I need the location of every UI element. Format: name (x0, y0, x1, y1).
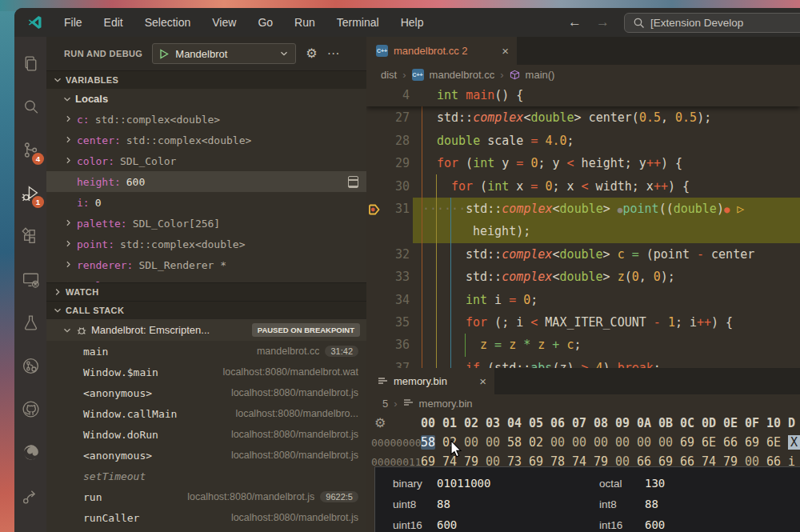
hex-byte-cell[interactable]: 6E (702, 435, 716, 450)
hex-byte-cell[interactable]: 00 (550, 435, 565, 450)
variable-row-renderer[interactable]: renderer:SDL_Renderer * (46, 254, 366, 275)
code-line-wrap[interactable]: height); (366, 220, 800, 242)
stack-frame-row[interactable]: <anonymous>localhost:8080/mandelbrot.js (46, 382, 366, 403)
code-line-31[interactable]: 31······std::complex<double> ●point((dou… (366, 198, 800, 220)
variable-row-point[interactable]: point:std::complex<double> (46, 234, 366, 254)
more-actions-icon[interactable]: ··· (327, 47, 340, 60)
stack-frame-row[interactable]: <anonymous>localhost:8080/mandelbrot.js (46, 445, 366, 466)
code-line-28[interactable]: 28double scale = 4.0; (366, 130, 800, 152)
panel-breadcrumb-offset[interactable]: 5 (382, 398, 388, 410)
stack-frame-row[interactable]: Window.callMainlocalhost:8080/mandelbro.… (46, 403, 366, 424)
close-icon[interactable]: × (479, 374, 486, 388)
chevron-right-icon[interactable] (64, 238, 73, 250)
activity-bar-item-extensions[interactable] (14, 214, 46, 258)
hex-byte-cell[interactable]: 00 (615, 435, 630, 450)
chevron-right-icon[interactable] (64, 280, 73, 283)
command-center-search[interactable]: [Extension Develop (624, 13, 800, 33)
hex-byte-cell[interactable]: 00 (572, 435, 586, 450)
activity-bar-item-explorer[interactable] (14, 42, 46, 85)
variable-row-height[interactable]: height:600 (46, 171, 366, 192)
forward-button[interactable]: → (596, 14, 610, 30)
menu-item-help[interactable]: Help (401, 16, 424, 29)
variable-row-center[interactable]: center:std::complex<double> (46, 130, 366, 150)
code-line-34[interactable]: 34int i = 0; (366, 289, 800, 311)
chevron-right-icon[interactable] (64, 259, 73, 271)
menu-item-edit[interactable]: Edit (104, 16, 123, 29)
breadcrumb-symbol[interactable]: main() (526, 69, 555, 81)
stack-frame-row[interactable]: setTimeout (46, 466, 366, 486)
activity-bar-item-source-control-graph[interactable] (14, 344, 46, 387)
call-stack-section-header[interactable]: CALL STACK (46, 301, 366, 319)
hex-byte-cell[interactable]: 00 (464, 435, 478, 450)
code-line-33[interactable]: 33std::complex<double> z(0, 0); (366, 266, 800, 288)
hex-byte-cell[interactable]: 00 (486, 435, 500, 450)
code-editor[interactable]: 4int main() { 27std::complex<double> cen… (366, 84, 800, 368)
hex-decoded-char[interactable]: X (788, 435, 800, 450)
hex-byte-cell[interactable]: 02 (529, 435, 543, 450)
menu-item-selection[interactable]: Selection (145, 16, 191, 29)
activity-bar-item-search[interactable] (14, 85, 46, 128)
activity-bar-item-live-share[interactable] (14, 474, 46, 517)
variable-row-color[interactable]: color:SDL_Color (46, 150, 366, 171)
chevron-right-icon[interactable] (64, 114, 73, 126)
code-line-37[interactable]: 37if (std::abs(z) > 4) break; (366, 357, 800, 368)
stack-frame-row[interactable]: Window.$mainlocalhost:8080/mandelbrot.wa… (46, 362, 366, 382)
sticky-scroll-line[interactable]: 4int main() { (366, 84, 800, 106)
breadcrumb-folder[interactable]: dist (381, 69, 397, 81)
stack-frame-row[interactable]: runCallerlocalhost:8080/mandelbrot.js (46, 507, 366, 528)
hex-settings-gear-icon[interactable]: ⚙ (374, 415, 386, 430)
code-line-36[interactable]: 36z = z * z + c; (366, 334, 800, 356)
tab-memory-bin[interactable]: memory.bin × (366, 368, 494, 394)
menu-item-terminal[interactable]: Terminal (337, 16, 379, 29)
hex-byte-cell[interactable]: 00 (594, 435, 608, 450)
watch-section-header[interactable]: WATCH (46, 282, 366, 301)
activity-bar-item-edge-devtools[interactable] (14, 430, 46, 474)
chevron-down-icon (53, 306, 62, 315)
settings-gear-icon[interactable]: ⚙ (306, 47, 317, 60)
locals-scope-row[interactable]: Locals (46, 89, 366, 109)
variables-section-header[interactable]: VARIABLES (46, 70, 366, 89)
chevron-right-icon[interactable] (64, 155, 73, 167)
hex-byte-cell[interactable]: 00 (658, 435, 673, 450)
menu-item-go[interactable]: Go (258, 16, 273, 29)
hex-byte-cell[interactable]: 00 (637, 435, 651, 450)
chevron-right-icon[interactable] (64, 218, 73, 230)
debug-session-row[interactable]: Mandelbrot: Emscripten... PAUSED ON BREA… (46, 319, 366, 341)
back-button[interactable]: ← (568, 14, 582, 30)
panel-breadcrumb-file[interactable]: memory.bin (419, 398, 473, 410)
activity-bar-item-remote-explorer[interactable] (14, 258, 46, 301)
code-line-32[interactable]: 32std::complex<double> c = (point - cent… (366, 243, 800, 266)
chevron-down-icon[interactable] (279, 49, 289, 58)
hex-byte-cell[interactable]: 6E (766, 435, 781, 450)
stack-frame-row[interactable]: Window.doRunlocalhost:8080/mandelbrot.js (46, 424, 366, 445)
activity-bar-item-github[interactable] (14, 387, 46, 430)
code-line-27[interactable]: 27std::complex<double> center(0.5, 0.5); (366, 106, 800, 129)
hex-byte-cell[interactable]: 58 (507, 435, 522, 450)
debug-config-dropdown[interactable]: Mandelbrot (152, 43, 296, 64)
stack-frame-row[interactable]: runlocalhost:8080/mandelbrot.js9622:5 (46, 486, 366, 507)
view-binary-icon[interactable] (348, 176, 358, 188)
start-debug-icon[interactable] (159, 49, 169, 59)
variable-row-c[interactable]: c:std::complex<double> (46, 109, 366, 130)
activity-bar-item-testing[interactable] (14, 301, 46, 344)
variable-row-palette[interactable]: palette:SDL_Color[256] (46, 213, 366, 234)
chevron-right-icon[interactable] (64, 134, 73, 146)
variable-row-scale[interactable]: scale:4 (46, 275, 366, 282)
breadcrumb-file[interactable]: mandelbrot.cc (430, 69, 495, 81)
activity-bar-item-run-and-debug[interactable]: 1 (14, 171, 46, 214)
hex-byte-cell[interactable]: 58 (421, 435, 435, 450)
code-line-29[interactable]: 29for (int y = 0; y < height; y++) { (366, 152, 800, 174)
menu-item-run[interactable]: Run (294, 16, 315, 29)
hex-byte-cell[interactable]: 69 (745, 435, 759, 450)
stack-frame-row[interactable]: mainmandelbrot.cc31:42 (46, 341, 366, 362)
menu-item-view[interactable]: View (212, 16, 236, 29)
hex-byte-cell[interactable]: 66 (723, 435, 738, 450)
code-line-30[interactable]: 30for (int x = 0; x < width; x++) { (366, 175, 800, 198)
hex-byte-cell[interactable]: 69 (680, 435, 694, 450)
code-line-35[interactable]: 35for (; i < MAX_ITER_COUNT - 1; i++) { (366, 311, 800, 334)
menu-item-file[interactable]: File (64, 16, 82, 29)
tab-mandelbrot-cc[interactable]: C++ mandelbrot.cc 2 × (366, 37, 517, 65)
close-icon[interactable]: × (502, 44, 509, 58)
variable-row-i[interactable]: i:0 (46, 192, 366, 213)
activity-bar-item-source-control[interactable]: 4 (14, 128, 46, 171)
